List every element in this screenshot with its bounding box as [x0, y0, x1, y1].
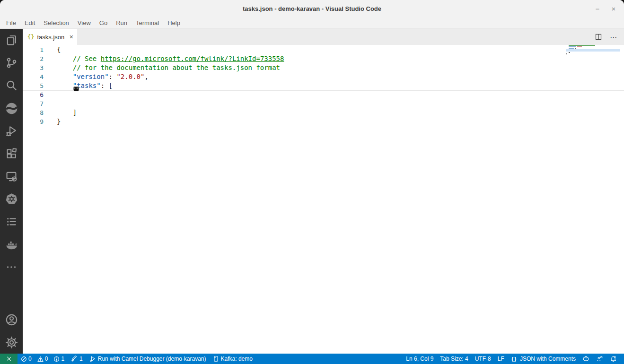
language-mode-label: JSON with Comments — [520, 355, 576, 362]
mouse-cursor-hand-icon — [72, 85, 80, 93]
line-number: 1 — [23, 45, 44, 54]
kafka-status-button[interactable]: Kafka: demo — [210, 354, 256, 364]
cursor-position[interactable]: Ln 6, Col 9 — [403, 354, 437, 364]
line-content — [44, 99, 57, 108]
indentation-setting[interactable]: Tab Size: 4 — [437, 354, 471, 364]
docker-icon — [5, 238, 18, 251]
minimap-line — [569, 48, 574, 49]
activity-settings[interactable] — [0, 331, 23, 354]
warning-count: 0 — [45, 355, 48, 362]
menu-item-terminal[interactable]: Terminal — [132, 17, 163, 29]
kafka-label: Kafka: demo — [221, 355, 253, 362]
activity-kubernetes[interactable] — [0, 188, 23, 210]
info-icon — [53, 356, 60, 362]
line-content: // See https://go.microsoft.com/fwlink/?… — [44, 54, 284, 63]
activity-outline[interactable] — [0, 210, 23, 233]
braces-icon: {} — [511, 356, 517, 362]
task-runner-indicator[interactable]: 1 — [68, 354, 86, 364]
line-number: 2 — [23, 54, 44, 63]
warning-icon — [37, 356, 44, 362]
line-content: ] — [44, 108, 77, 117]
activity-remote-explorer[interactable] — [0, 165, 23, 188]
camel-debugger-label: Run with Camel Debugger (demo-karavan) — [98, 355, 206, 362]
notifications-button[interactable] — [606, 354, 620, 364]
encoding-setting[interactable]: UTF-8 — [472, 354, 494, 364]
window-controls: − × — [593, 5, 624, 12]
tab-close-icon[interactable]: × — [70, 34, 73, 40]
more-actions-icon[interactable]: ⋯ — [610, 34, 617, 41]
code-line[interactable]: 6 — [23, 90, 624, 99]
code-line[interactable]: 2 // See https://go.microsoft.com/fwlink… — [23, 54, 624, 63]
editor-group: {} tasks.json × ⋯ 1{2 // See https://go.… — [23, 29, 624, 354]
minimap-line — [569, 52, 570, 53]
explorer-icon — [5, 34, 18, 46]
line-number: 9 — [23, 117, 44, 126]
code-line[interactable]: 5 "tasks": [ — [23, 81, 624, 90]
menu-item-go[interactable]: Go — [95, 17, 112, 29]
debug-run-icon — [89, 355, 96, 362]
tab-tasks-json[interactable]: {} tasks.json × — [23, 29, 77, 45]
window-title: tasks.json - demo-karavan - Visual Studi… — [243, 5, 381, 12]
line-number: 7 — [23, 99, 44, 108]
activity-camel-karavan[interactable] — [0, 97, 23, 120]
outline-list-icon — [5, 216, 18, 228]
code-line[interactable]: 3 // for the documentation about the tas… — [23, 63, 624, 72]
line-content: } — [44, 117, 61, 126]
remote-indicator[interactable] — [0, 354, 18, 364]
tab-bar: {} tasks.json × ⋯ — [23, 29, 624, 45]
error-count: 0 — [28, 355, 32, 362]
json-braces-icon: {} — [27, 34, 34, 40]
line-number: 3 — [23, 63, 44, 72]
split-editor-icon[interactable] — [595, 33, 602, 41]
tools-icon — [71, 355, 78, 362]
code-line[interactable]: 8 ] — [23, 108, 624, 117]
code-line[interactable]: 1{ — [23, 45, 624, 54]
line-content — [44, 91, 57, 99]
camel-debugger-button[interactable]: Run with Camel Debugger (demo-karavan) — [86, 354, 210, 364]
code-lines: 1{2 // See https://go.microsoft.com/fwli… — [23, 45, 624, 126]
menu-item-file[interactable]: File — [2, 17, 20, 29]
copilot-status-button[interactable] — [579, 354, 593, 364]
kubernetes-icon — [5, 193, 18, 206]
activity-more[interactable] — [0, 256, 23, 278]
tab-label: tasks.json — [37, 34, 66, 41]
minimap-border — [620, 45, 620, 354]
line-number: 4 — [23, 72, 44, 81]
task-count: 1 — [79, 355, 83, 362]
feedback-button[interactable] — [593, 354, 606, 364]
remote-icon — [6, 355, 12, 362]
run-and-debug-icon — [5, 125, 18, 137]
menu-item-help[interactable]: Help — [163, 17, 185, 29]
menu-item-edit[interactable]: Edit — [20, 17, 39, 29]
code-line[interactable]: 9} — [23, 117, 624, 126]
menu-item-selection[interactable]: Selection — [39, 17, 73, 29]
minimap-line — [575, 48, 576, 49]
close-window-button[interactable]: × — [609, 5, 618, 12]
menu-item-view[interactable]: View — [73, 17, 95, 29]
activity-docker[interactable] — [0, 233, 23, 256]
activity-source-control[interactable] — [0, 52, 23, 74]
minimize-button[interactable]: − — [593, 5, 602, 12]
activity-run-debug[interactable] — [0, 120, 23, 142]
source-control-icon — [5, 57, 18, 69]
activity-bar — [0, 29, 23, 354]
code-line[interactable]: 4 "version": "2.0.0", — [23, 72, 624, 81]
line-content: { — [44, 45, 61, 54]
activity-explorer[interactable] — [0, 29, 23, 52]
activity-search[interactable] — [0, 74, 23, 97]
menu-item-run[interactable]: Run — [112, 17, 132, 29]
line-content: // for the documentation about the tasks… — [44, 63, 280, 72]
feedback-person-icon — [596, 355, 603, 362]
copilot-icon — [582, 355, 589, 362]
eol-setting[interactable]: LF — [494, 354, 508, 364]
language-mode[interactable]: {} JSON with Comments — [508, 354, 579, 364]
minimap-line — [569, 45, 595, 46]
code-editor[interactable]: 1{2 // See https://go.microsoft.com/fwli… — [23, 45, 624, 354]
problems-indicator[interactable]: 0 0 1 — [18, 354, 68, 364]
minimap-line — [577, 46, 582, 47]
code-line[interactable]: 7 — [23, 99, 624, 108]
activity-extensions[interactable] — [0, 142, 23, 165]
minimap[interactable] — [566, 45, 620, 61]
more-ellipsis-icon — [5, 261, 18, 273]
activity-account[interactable] — [0, 308, 23, 331]
